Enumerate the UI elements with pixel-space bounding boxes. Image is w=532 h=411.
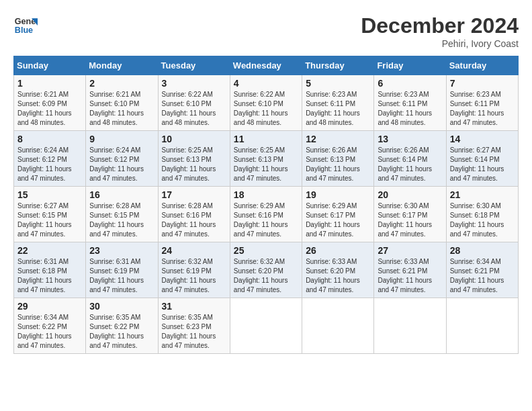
table-row: 23 Sunrise: 6:31 AM Sunset: 6:19 PM Dayl… — [86, 242, 158, 298]
day-info: Sunrise: 6:22 AM Sunset: 6:10 PM Dayligh… — [234, 90, 298, 128]
day-info: Sunrise: 6:24 AM Sunset: 6:12 PM Dayligh… — [17, 146, 82, 183]
table-row: 26 Sunrise: 6:33 AM Sunset: 6:20 PM Dayl… — [302, 242, 374, 298]
table-row: 16 Sunrise: 6:28 AM Sunset: 6:15 PM Dayl… — [86, 187, 158, 242]
day-number: 8 — [17, 134, 82, 144]
day-number: 20 — [378, 189, 442, 200]
table-row: 5 Sunrise: 6:23 AM Sunset: 6:11 PM Dayli… — [302, 75, 374, 131]
day-number: 4 — [234, 78, 298, 89]
table-row: 19 Sunrise: 6:29 AM Sunset: 6:17 PM Dayl… — [302, 187, 374, 242]
day-info: Sunrise: 6:33 AM Sunset: 6:20 PM Dayligh… — [306, 257, 370, 295]
month-title: December 2024 — [361, 13, 519, 38]
table-row — [446, 298, 518, 354]
day-info: Sunrise: 6:28 AM Sunset: 6:16 PM Dayligh… — [162, 201, 226, 239]
day-info: Sunrise: 6:24 AM Sunset: 6:12 PM Dayligh… — [89, 146, 154, 183]
table-row: 15 Sunrise: 6:27 AM Sunset: 6:15 PM Dayl… — [14, 187, 86, 242]
table-row: 17 Sunrise: 6:28 AM Sunset: 6:16 PM Dayl… — [158, 187, 230, 242]
day-number: 19 — [306, 189, 370, 200]
table-row: 8 Sunrise: 6:24 AM Sunset: 6:12 PM Dayli… — [14, 131, 86, 187]
day-number: 22 — [17, 245, 82, 256]
table-row: 1 Sunrise: 6:21 AM Sunset: 6:09 PM Dayli… — [14, 75, 86, 131]
table-row: 7 Sunrise: 6:23 AM Sunset: 6:11 PM Dayli… — [446, 75, 518, 131]
day-info: Sunrise: 6:31 AM Sunset: 6:19 PM Dayligh… — [89, 257, 154, 295]
day-info: Sunrise: 6:25 AM Sunset: 6:13 PM Dayligh… — [162, 146, 226, 183]
day-info: Sunrise: 6:21 AM Sunset: 6:10 PM Dayligh… — [89, 90, 154, 128]
day-info: Sunrise: 6:35 AM Sunset: 6:22 PM Dayligh… — [89, 313, 154, 351]
table-row: 28 Sunrise: 6:34 AM Sunset: 6:21 PM Dayl… — [446, 242, 518, 298]
day-info: Sunrise: 6:32 AM Sunset: 6:19 PM Dayligh… — [162, 257, 226, 295]
day-info: Sunrise: 6:30 AM Sunset: 6:18 PM Dayligh… — [450, 201, 515, 239]
table-row: 30 Sunrise: 6:35 AM Sunset: 6:22 PM Dayl… — [86, 298, 158, 354]
location-subtitle: Pehiri, Ivory Coast — [361, 38, 519, 49]
day-info: Sunrise: 6:22 AM Sunset: 6:10 PM Dayligh… — [162, 90, 226, 128]
table-row: 31 Sunrise: 6:35 AM Sunset: 6:23 PM Dayl… — [158, 298, 230, 354]
day-info: Sunrise: 6:29 AM Sunset: 6:17 PM Dayligh… — [306, 201, 370, 239]
header-monday: Monday — [86, 56, 158, 75]
day-info: Sunrise: 6:27 AM Sunset: 6:14 PM Dayligh… — [450, 146, 515, 183]
svg-text:Blue: Blue — [15, 26, 33, 35]
day-info: Sunrise: 6:30 AM Sunset: 6:17 PM Dayligh… — [378, 201, 442, 239]
table-row: 20 Sunrise: 6:30 AM Sunset: 6:17 PM Dayl… — [374, 187, 446, 242]
day-info: Sunrise: 6:34 AM Sunset: 6:21 PM Dayligh… — [450, 257, 515, 295]
day-number: 27 — [378, 245, 442, 256]
day-number: 10 — [162, 134, 226, 144]
table-row — [374, 298, 446, 354]
calendar-row: 1 Sunrise: 6:21 AM Sunset: 6:09 PM Dayli… — [14, 75, 519, 131]
calendar-row: 22 Sunrise: 6:31 AM Sunset: 6:18 PM Dayl… — [14, 242, 519, 298]
day-number: 1 — [17, 78, 82, 89]
day-number: 23 — [89, 245, 154, 256]
day-info: Sunrise: 6:34 AM Sunset: 6:22 PM Dayligh… — [17, 313, 82, 351]
day-number: 18 — [234, 189, 298, 200]
day-number: 7 — [450, 78, 515, 89]
day-number: 16 — [89, 189, 154, 200]
day-number: 9 — [89, 134, 154, 144]
calendar-header-row: Sunday Monday Tuesday Wednesday Thursday… — [14, 56, 519, 75]
table-row: 18 Sunrise: 6:29 AM Sunset: 6:16 PM Dayl… — [230, 187, 302, 242]
day-number: 26 — [306, 245, 370, 256]
header-saturday: Saturday — [446, 56, 518, 75]
day-number: 12 — [306, 134, 370, 144]
logo-icon: General Blue — [13, 13, 38, 38]
day-number: 3 — [162, 78, 226, 89]
table-row: 24 Sunrise: 6:32 AM Sunset: 6:19 PM Dayl… — [158, 242, 230, 298]
table-row: 14 Sunrise: 6:27 AM Sunset: 6:14 PM Dayl… — [446, 131, 518, 187]
day-number: 15 — [17, 189, 82, 200]
header-thursday: Thursday — [302, 56, 374, 75]
header-friday: Friday — [374, 56, 446, 75]
day-number: 24 — [162, 245, 226, 256]
day-number: 11 — [234, 134, 298, 144]
table-row: 13 Sunrise: 6:26 AM Sunset: 6:14 PM Dayl… — [374, 131, 446, 187]
day-number: 17 — [162, 189, 226, 200]
header-wednesday: Wednesday — [230, 56, 302, 75]
day-info: Sunrise: 6:21 AM Sunset: 6:09 PM Dayligh… — [17, 90, 82, 128]
day-info: Sunrise: 6:23 AM Sunset: 6:11 PM Dayligh… — [306, 90, 370, 128]
table-row: 6 Sunrise: 6:23 AM Sunset: 6:11 PM Dayli… — [374, 75, 446, 131]
table-row: 10 Sunrise: 6:25 AM Sunset: 6:13 PM Dayl… — [158, 131, 230, 187]
calendar-row: 15 Sunrise: 6:27 AM Sunset: 6:15 PM Dayl… — [14, 187, 519, 242]
day-info: Sunrise: 6:27 AM Sunset: 6:15 PM Dayligh… — [17, 201, 82, 239]
calendar-row: 29 Sunrise: 6:34 AM Sunset: 6:22 PM Dayl… — [14, 298, 519, 354]
day-number: 5 — [306, 78, 370, 89]
calendar-row: 8 Sunrise: 6:24 AM Sunset: 6:12 PM Dayli… — [14, 131, 519, 187]
table-row: 11 Sunrise: 6:25 AM Sunset: 6:13 PM Dayl… — [230, 131, 302, 187]
day-number: 25 — [234, 245, 298, 256]
day-info: Sunrise: 6:32 AM Sunset: 6:20 PM Dayligh… — [234, 257, 298, 295]
day-info: Sunrise: 6:35 AM Sunset: 6:23 PM Dayligh… — [162, 313, 226, 351]
day-info: Sunrise: 6:33 AM Sunset: 6:21 PM Dayligh… — [378, 257, 442, 295]
day-number: 13 — [378, 134, 442, 144]
day-info: Sunrise: 6:29 AM Sunset: 6:16 PM Dayligh… — [234, 201, 298, 239]
day-number: 21 — [450, 189, 515, 200]
logo: General Blue — [13, 13, 40, 38]
table-row: 9 Sunrise: 6:24 AM Sunset: 6:12 PM Dayli… — [86, 131, 158, 187]
page-header: General Blue December 2024 Pehiri, Ivory… — [13, 13, 519, 49]
table-row: 27 Sunrise: 6:33 AM Sunset: 6:21 PM Dayl… — [374, 242, 446, 298]
day-info: Sunrise: 6:26 AM Sunset: 6:14 PM Dayligh… — [378, 146, 442, 183]
day-info: Sunrise: 6:26 AM Sunset: 6:13 PM Dayligh… — [306, 146, 370, 183]
table-row — [230, 298, 302, 354]
table-row: 25 Sunrise: 6:32 AM Sunset: 6:20 PM Dayl… — [230, 242, 302, 298]
header-tuesday: Tuesday — [158, 56, 230, 75]
day-number: 31 — [162, 301, 226, 312]
day-number: 28 — [450, 245, 515, 256]
table-row: 2 Sunrise: 6:21 AM Sunset: 6:10 PM Dayli… — [86, 75, 158, 131]
day-info: Sunrise: 6:31 AM Sunset: 6:18 PM Dayligh… — [17, 257, 82, 295]
table-row: 3 Sunrise: 6:22 AM Sunset: 6:10 PM Dayli… — [158, 75, 230, 131]
